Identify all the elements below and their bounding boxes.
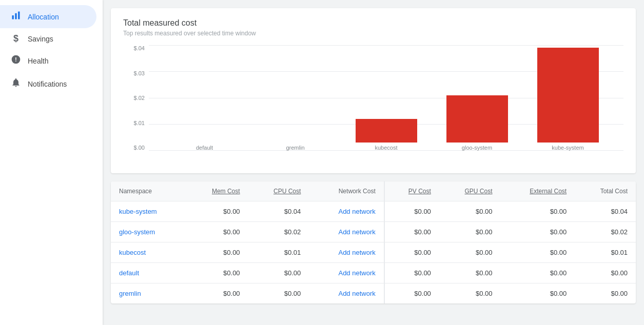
cell-gpu-kubecost: $0.00 [439, 242, 501, 263]
cell-total-default: $0.00 [575, 263, 636, 283]
bar-group-default: default [174, 143, 236, 151]
table-row: kube-system $0.00 $0.04 Add network $0.0… [111, 201, 636, 222]
bar-kubecost [356, 119, 417, 143]
col-header-pv-cost[interactable]: PV Cost [384, 181, 439, 201]
cell-external-gremlin: $0.00 [501, 283, 575, 304]
cell-pv-kube-system: $0.00 [384, 201, 439, 222]
namespace-link-default[interactable]: default [119, 269, 139, 277]
cell-cpu-gremlin: $0.00 [248, 283, 309, 304]
cell-network-default: Add network [309, 263, 384, 283]
sidebar: Allocation $ Savings ! Health Notificati… [0, 0, 103, 325]
table-header-row: Namespace Mem Cost CPU Cost Network Cost… [111, 181, 636, 201]
cell-external-gloo-system: $0.00 [501, 222, 575, 242]
cell-total-kube-system: $0.04 [575, 201, 636, 222]
sidebar-item-notifications-label: Notifications [28, 80, 67, 88]
table-row: gloo-system $0.00 $0.02 Add network $0.0… [111, 222, 636, 242]
cost-table: Namespace Mem Cost CPU Cost Network Cost… [111, 181, 636, 303]
table-row: kubecost $0.00 $0.01 Add network $0.00 $… [111, 242, 636, 263]
dollar-icon: $ [10, 33, 22, 44]
cell-namespace-gremlin: gremlin [111, 283, 186, 304]
bars-container: default gremlin kubecost g [149, 45, 623, 151]
chart-card: Total measured cost Top results measured… [111, 8, 636, 173]
y-label-3: $.03 [134, 70, 145, 76]
col-header-gpu-cost[interactable]: GPU Cost [439, 181, 501, 201]
y-label-0: $.00 [134, 145, 145, 151]
add-network-link-gremlin[interactable]: Add network [338, 290, 375, 297]
y-label-4: $.04 [134, 45, 145, 51]
namespace-link-gloo-system[interactable]: gloo-system [119, 228, 155, 236]
cell-cpu-kubecost: $0.01 [248, 242, 309, 263]
chart-title: Total measured cost [123, 18, 623, 28]
bar-label-gloo-system: gloo-system [462, 145, 492, 151]
svg-rect-1 [15, 13, 16, 19]
cell-network-kubecost: Add network [309, 242, 384, 263]
sidebar-item-health-label: Health [28, 57, 48, 65]
cell-mem-gremlin: $0.00 [186, 283, 248, 304]
col-header-total-cost: Total Cost [575, 181, 636, 201]
cell-cpu-default: $0.00 [248, 263, 309, 283]
cell-network-gremlin: Add network [309, 283, 384, 304]
cell-namespace-kube-system: kube-system [111, 201, 186, 222]
cell-pv-gloo-system: $0.00 [384, 222, 439, 242]
cell-mem-kube-system: $0.00 [186, 201, 248, 222]
cell-gpu-gloo-system: $0.00 [439, 222, 501, 242]
add-network-link-kubecost[interactable]: Add network [338, 249, 375, 256]
namespace-link-kube-system[interactable]: kube-system [119, 208, 157, 215]
add-network-link-kube-system[interactable]: Add network [338, 208, 375, 215]
bar-label-kubecost: kubecost [375, 145, 397, 151]
svg-rect-2 [18, 12, 19, 19]
svg-text:!: ! [15, 56, 17, 63]
bar-chart: $.04 $.03 $.02 $.01 $.00 [123, 45, 623, 163]
cell-total-kubecost: $0.01 [575, 242, 636, 263]
col-header-network-cost: Network Cost [309, 181, 384, 201]
col-header-cpu-cost[interactable]: CPU Cost [248, 181, 309, 201]
cell-network-gloo-system: Add network [309, 222, 384, 242]
sidebar-item-health[interactable]: ! Health [0, 49, 96, 72]
sidebar-item-savings-label: Savings [28, 35, 53, 43]
table-card: Namespace Mem Cost CPU Cost Network Cost… [111, 181, 636, 303]
cell-cpu-gloo-system: $0.02 [248, 222, 309, 242]
svg-rect-0 [12, 15, 14, 19]
cell-network-kube-system: Add network [309, 201, 384, 222]
y-axis: $.04 $.03 $.02 $.01 $.00 [123, 45, 149, 151]
chart-subtitle: Top results measured over selected time … [123, 30, 623, 37]
cell-cpu-kube-system: $0.04 [248, 201, 309, 222]
cell-pv-kubecost: $0.00 [384, 242, 439, 263]
add-network-link-default[interactable]: Add network [338, 269, 375, 277]
table-row: default $0.00 $0.00 Add network $0.00 $0… [111, 263, 636, 283]
sidebar-item-allocation[interactable]: Allocation [0, 5, 96, 28]
bar-label-default: default [196, 145, 213, 151]
cell-pv-gremlin: $0.00 [384, 283, 439, 304]
add-network-link-gloo-system[interactable]: Add network [338, 228, 375, 236]
sidebar-item-notifications[interactable]: Notifications [0, 72, 96, 95]
cell-namespace-default: default [111, 263, 186, 283]
namespace-link-gremlin[interactable]: gremlin [119, 290, 141, 297]
main-content: Total measured cost Top results measured… [103, 0, 644, 325]
bell-icon [10, 77, 22, 90]
chart-area: default gremlin kubecost g [149, 45, 623, 151]
warning-icon: ! [10, 54, 22, 67]
cell-total-gloo-system: $0.02 [575, 222, 636, 242]
cell-mem-gloo-system: $0.00 [186, 222, 248, 242]
cell-mem-default: $0.00 [186, 263, 248, 283]
cell-external-kubecost: $0.00 [501, 242, 575, 263]
sidebar-item-allocation-label: Allocation [28, 13, 59, 21]
cell-namespace-gloo-system: gloo-system [111, 222, 186, 242]
bar-gloo-system [446, 95, 508, 143]
namespace-link-kubecost[interactable]: kubecost [119, 249, 146, 256]
cell-external-default: $0.00 [501, 263, 575, 283]
bar-group-kubecost: kubecost [356, 119, 417, 151]
bar-label-gremlin: gremlin [286, 145, 304, 151]
col-header-external-cost[interactable]: External Cost [501, 181, 575, 201]
cell-mem-kubecost: $0.00 [186, 242, 248, 263]
sidebar-item-savings[interactable]: $ Savings [0, 28, 96, 49]
bar-label-kube-system: kube-system [552, 145, 583, 151]
cell-total-gremlin: $0.00 [575, 283, 636, 304]
col-header-mem-cost[interactable]: Mem Cost [186, 181, 248, 201]
cell-gpu-default: $0.00 [439, 263, 501, 283]
y-label-1: $.01 [134, 120, 145, 126]
cell-namespace-kubecost: kubecost [111, 242, 186, 263]
bar-group-kube-system: kube-system [537, 48, 599, 151]
bar-group-gremlin: gremlin [265, 143, 326, 151]
bar-group-gloo-system: gloo-system [446, 95, 508, 151]
